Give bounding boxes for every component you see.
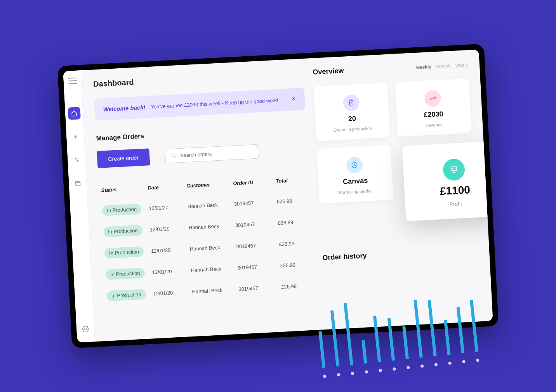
card-product-label: Top selling product <box>338 188 374 195</box>
welcome-banner: Welcome back! You've earned £2030 this w… <box>94 88 305 121</box>
create-order-button[interactable]: Create order <box>97 148 150 168</box>
cell-customer: Hannah Beck <box>189 222 236 231</box>
chart-dot <box>476 359 480 362</box>
cell-customer: Hannah Beck <box>188 201 235 209</box>
cell-date: 12/01/20 <box>152 267 191 275</box>
home-icon <box>71 110 77 117</box>
cell-order-id: 3019457 <box>235 220 278 228</box>
status-badge: In Production <box>102 203 142 216</box>
status-badge: In Production <box>104 246 144 258</box>
chart-bar <box>387 318 395 361</box>
cell-date: 12/01/20 <box>150 225 189 232</box>
status-badge: In Production <box>105 267 145 280</box>
chart-dot <box>420 364 424 368</box>
cell-order-id: 3019457 <box>234 199 277 207</box>
left-column: Dashboard Welcome back! You've earned £2… <box>93 69 317 341</box>
banner-text: You've earned £2030 this week - Keep up … <box>151 97 285 110</box>
cell-customer: Hannah Beck <box>192 286 239 295</box>
tablet-frame: Dashboard Welcome back! You've earned £2… <box>57 44 499 349</box>
card-top-product[interactable]: Canvas Top selling product <box>317 145 393 204</box>
svg-rect-6 <box>75 181 80 186</box>
gear-icon <box>82 325 89 333</box>
chart-dot <box>462 360 466 364</box>
search-input[interactable] <box>180 149 252 158</box>
chart-bar <box>457 307 464 353</box>
tab-yearly[interactable]: yearly <box>455 62 468 68</box>
period-tabs: weekly monthly yearly <box>416 62 468 70</box>
chart-bar <box>402 326 409 359</box>
chart-dot <box>407 366 410 369</box>
calendar-icon <box>75 180 81 187</box>
svg-line-7 <box>75 182 80 183</box>
tab-monthly[interactable]: monthly <box>435 63 452 69</box>
cell-date: 12/01/20 <box>153 289 192 297</box>
svg-point-13 <box>172 154 175 157</box>
card-profit-label: Profit <box>449 200 462 207</box>
cell-total: £26.99 <box>279 240 310 247</box>
overview-title: Overview <box>313 67 344 76</box>
chart-dot <box>351 372 354 375</box>
status-badge: In Production <box>103 225 143 237</box>
search-orders-box[interactable] <box>165 144 259 163</box>
card-orders-value: 20 <box>348 114 356 123</box>
orders-toolbar: Create order <box>97 140 308 168</box>
nav-settings[interactable] <box>79 323 92 336</box>
cell-date: 12/01/20 <box>149 203 188 211</box>
chart-dot <box>337 373 341 376</box>
card-orders[interactable]: 20 Orders in production <box>313 83 390 141</box>
nav-add[interactable] <box>69 130 82 143</box>
col-order-id: Order ID <box>233 178 276 186</box>
card-revenue-label: Revenue <box>426 122 443 128</box>
nav-home[interactable] <box>68 107 81 120</box>
col-customer: Customer <box>186 180 233 189</box>
chart-dot <box>434 363 438 366</box>
chart-dot <box>323 375 327 378</box>
order-history-chart <box>314 274 479 378</box>
plus-icon <box>72 134 78 140</box>
hamburger-icon[interactable] <box>68 78 77 84</box>
chart-bar <box>427 300 436 356</box>
order-history-title: Order history <box>322 246 478 262</box>
card-orders-label: Orders in production <box>333 126 372 132</box>
nav-calendar[interactable] <box>71 177 84 190</box>
sliders-icon <box>73 157 80 163</box>
cell-total: £26.99 <box>278 219 309 226</box>
cell-customer: Hannah Beck <box>189 244 236 252</box>
card-profit[interactable]: £1100 Profit <box>402 140 493 221</box>
cell-order-id: 3019457 <box>237 263 280 271</box>
col-date: Date <box>148 183 187 191</box>
svg-point-10 <box>84 328 86 330</box>
cell-customer: Hannah Beck <box>191 265 238 273</box>
col-status: Status <box>101 185 148 193</box>
cell-date: 12/01/20 <box>151 246 190 254</box>
clipboard-icon <box>343 94 360 111</box>
chart-bar <box>414 300 423 358</box>
card-revenue[interactable]: £2030 Revenue <box>395 78 471 137</box>
card-product-value: Canvas <box>343 177 368 186</box>
status-badge: In Production <box>106 289 146 301</box>
close-icon <box>291 96 297 102</box>
cell-order-id: 3019457 <box>238 284 281 292</box>
tab-weekly[interactable]: weekly <box>416 64 431 70</box>
nav-filters[interactable] <box>70 153 83 167</box>
col-total: Total <box>276 177 307 184</box>
nav-list <box>68 107 84 189</box>
chart-bar <box>373 316 381 362</box>
manage-orders-title: Manage Orders <box>96 124 306 142</box>
chart-bar <box>361 340 367 364</box>
svg-point-5 <box>77 160 78 161</box>
cell-total: £26.99 <box>280 261 311 269</box>
page-title: Dashboard <box>93 69 304 88</box>
orders-table: Status Date Customer Order ID Total In P… <box>99 177 315 307</box>
chart-dot <box>393 367 396 371</box>
svg-point-4 <box>75 158 76 160</box>
clock-icon <box>346 157 363 174</box>
chart-bar <box>330 310 339 366</box>
banner-close-button[interactable] <box>290 95 296 104</box>
cell-total: £26.99 <box>276 197 308 205</box>
chart-dot <box>448 361 452 365</box>
chart-bar <box>444 320 450 355</box>
overview-header: Overview weekly monthly yearly <box>313 60 468 76</box>
overview-cards: 20 Orders in production £2030 Revenue <box>313 78 474 204</box>
chart-dot <box>365 370 368 374</box>
